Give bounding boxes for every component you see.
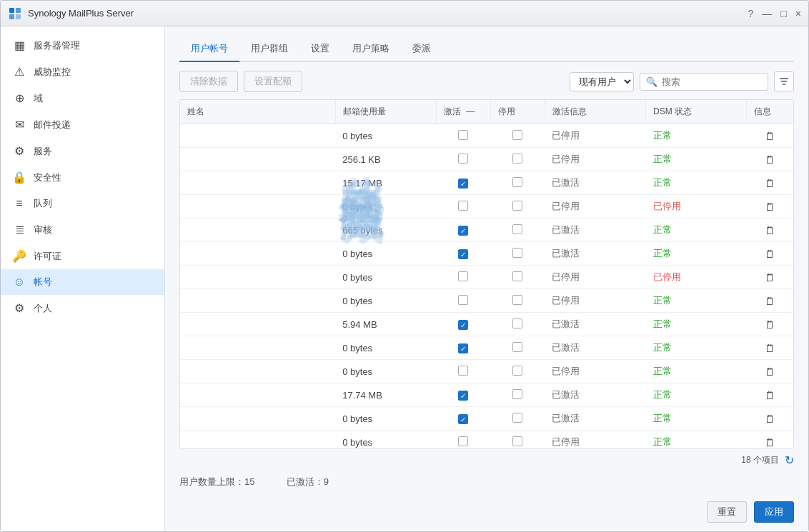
- message-icon[interactable]: 🗒: [765, 366, 775, 378]
- sidebar-item-security[interactable]: 🔒 安全性: [1, 164, 164, 191]
- sidebar-item-queue[interactable]: ≡ 队列: [1, 191, 164, 216]
- disabled-checkbox[interactable]: [512, 177, 522, 187]
- message-icon[interactable]: 🗒: [765, 318, 775, 331]
- message-icon[interactable]: 🗒: [765, 130, 775, 142]
- cell-mailbox-usage: 17.74 MB: [335, 383, 436, 407]
- disabled-checkbox[interactable]: [512, 295, 522, 305]
- message-icon[interactable]: 🗒: [765, 342, 775, 354]
- activated-checkbox[interactable]: [458, 295, 468, 305]
- tab-user-account[interactable]: 用户帐号: [179, 36, 239, 62]
- activated-checkbox[interactable]: [458, 366, 468, 376]
- cell-mailbox-usage: 0 bytes: [335, 266, 436, 289]
- cell-disabled: [490, 195, 545, 219]
- disabled-checkbox[interactable]: [512, 271, 522, 281]
- table-row: 0 bytes✓已激活正常🗒: [180, 242, 793, 266]
- close-button[interactable]: ×: [795, 9, 801, 19]
- message-icon[interactable]: 🗒: [765, 224, 775, 236]
- sidebar-item-audit[interactable]: ≣ 审核: [1, 216, 164, 243]
- disabled-checkbox[interactable]: [512, 318, 522, 328]
- message-icon[interactable]: 🗒: [765, 413, 775, 425]
- minimize-button[interactable]: —: [762, 9, 772, 19]
- activated-checkbox[interactable]: ✓: [458, 179, 468, 189]
- tab-user-group[interactable]: 用户群组: [239, 36, 299, 62]
- activated-checkbox[interactable]: [458, 436, 468, 446]
- filter-button[interactable]: [774, 71, 794, 91]
- activated-checkbox[interactable]: ✓: [458, 249, 468, 259]
- message-icon[interactable]: 🗒: [765, 271, 775, 283]
- table-row: 17.74 MB✓已激活正常🗒: [180, 383, 793, 407]
- cell-name: [180, 171, 335, 195]
- mail-delivery-icon: ✉: [12, 118, 26, 131]
- message-icon[interactable]: 🗒: [765, 389, 775, 401]
- cell-dsm-status: 正常: [646, 148, 747, 171]
- col-message: 信息: [747, 100, 793, 124]
- message-icon[interactable]: 🗒: [765, 201, 775, 213]
- cell-message: 🗒: [747, 336, 793, 360]
- maximize-button[interactable]: □: [780, 9, 786, 19]
- message-icon[interactable]: 🗒: [765, 248, 775, 260]
- clear-data-button[interactable]: 清除数据: [179, 71, 238, 92]
- tab-settings[interactable]: 设置: [299, 36, 341, 62]
- cell-message: 🗒: [747, 407, 793, 431]
- sidebar-item-personal[interactable]: ⚙ 个人: [1, 295, 164, 321]
- disabled-checkbox[interactable]: [512, 248, 522, 258]
- refresh-button[interactable]: ↻: [785, 453, 794, 467]
- disabled-checkbox[interactable]: [512, 201, 522, 211]
- activated-checkbox[interactable]: [458, 154, 468, 164]
- activated-checkbox[interactable]: ✓: [458, 414, 468, 424]
- disabled-checkbox[interactable]: [512, 389, 522, 399]
- activated-checkbox[interactable]: ✓: [458, 343, 468, 353]
- sidebar-item-service[interactable]: ⚙ 服务: [1, 138, 164, 164]
- cell-dsm-status: 正常: [646, 313, 747, 336]
- activated-checkbox[interactable]: ✓: [458, 320, 468, 330]
- cell-activated: ✓: [436, 336, 490, 360]
- security-icon: 🔒: [12, 171, 26, 184]
- disabled-checkbox[interactable]: [512, 342, 522, 352]
- message-icon[interactable]: 🗒: [765, 154, 775, 166]
- col-name: 姓名: [180, 100, 335, 124]
- window-controls: ? — □ ×: [748, 9, 801, 19]
- cell-mailbox-usage: 0 bytes: [335, 195, 436, 219]
- cell-name: [180, 360, 335, 383]
- search-input[interactable]: [662, 76, 762, 87]
- sidebar-item-threat-monitor[interactable]: ⚠ 威胁监控: [1, 59, 164, 85]
- disabled-checkbox[interactable]: [512, 436, 522, 446]
- sidebar-item-mail-delivery[interactable]: ✉ 邮件投递: [1, 111, 164, 138]
- sidebar-item-license[interactable]: 🔑 许可证: [1, 243, 164, 269]
- user-filter-select[interactable]: 现有用户 所有用户 停用用户: [570, 73, 633, 91]
- titlebar: Synology MailPlus Server ? — □ ×: [1, 1, 808, 26]
- sidebar-item-label: 队列: [34, 197, 52, 210]
- cell-disabled: [490, 431, 545, 450]
- activated-checkbox[interactable]: ✓: [458, 226, 468, 236]
- cell-activation-info: 已激活: [545, 407, 645, 431]
- sidebar-item-account[interactable]: ☺ 帐号: [1, 269, 164, 295]
- activated-checkbox[interactable]: [458, 201, 468, 211]
- col-disabled: 停用: [490, 100, 545, 124]
- disabled-checkbox[interactable]: [512, 154, 522, 164]
- cell-activation-info: 已停用: [545, 124, 645, 148]
- sidebar-item-server-mgmt[interactable]: ▦ 服务器管理: [1, 32, 164, 59]
- disabled-checkbox[interactable]: [512, 366, 522, 376]
- message-icon[interactable]: 🗒: [765, 436, 775, 448]
- disabled-checkbox[interactable]: [512, 130, 522, 140]
- activated-checkbox[interactable]: [458, 271, 468, 281]
- message-icon[interactable]: 🗒: [765, 177, 775, 189]
- reset-button[interactable]: 重置: [707, 501, 747, 523]
- disabled-checkbox[interactable]: [512, 413, 522, 423]
- activated-checkbox[interactable]: [458, 130, 468, 140]
- cell-name: [180, 124, 335, 148]
- cell-activation-info: 已停用: [545, 360, 645, 383]
- cell-disabled: [490, 407, 545, 431]
- cell-activation-info: 已停用: [545, 148, 645, 171]
- apply-button[interactable]: 应用: [754, 501, 794, 523]
- user-filter-dropdown[interactable]: 现有用户 所有用户 停用用户: [570, 72, 634, 91]
- set-config-button[interactable]: 设置配额: [244, 71, 302, 92]
- cell-message: 🗒: [747, 360, 793, 383]
- disabled-checkbox[interactable]: [512, 224, 522, 234]
- message-icon[interactable]: 🗒: [765, 295, 775, 307]
- tab-delegate[interactable]: 委派: [401, 36, 442, 62]
- tab-user-policy[interactable]: 用户策略: [341, 36, 401, 62]
- sidebar-item-domain[interactable]: ⊕ 域: [1, 85, 164, 111]
- activated-checkbox[interactable]: ✓: [458, 391, 468, 401]
- help-button[interactable]: ?: [748, 9, 754, 19]
